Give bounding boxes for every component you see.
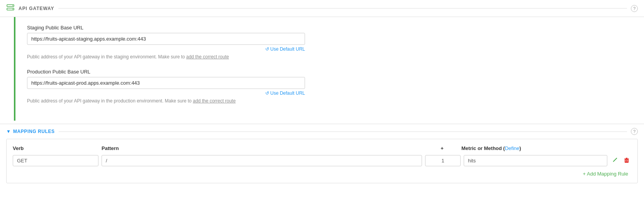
- table-row: [13, 155, 631, 166]
- production-url-group: Production Public Base URL ↺ Use Default…: [27, 69, 632, 104]
- verb-input[interactable]: [13, 155, 98, 166]
- delete-mapping-button[interactable]: [622, 156, 631, 165]
- mapping-rules-content: Verb Pattern + Metric or Method (Define): [6, 139, 638, 183]
- plus-input[interactable]: [425, 155, 461, 166]
- staging-help-text: Public address of your API gateway in th…: [27, 54, 632, 60]
- mapping-rules-divider: [59, 131, 627, 132]
- pattern-input[interactable]: [102, 155, 422, 166]
- api-gateway-header: API GATEWAY ?: [0, 0, 644, 17]
- api-gateway-title: API GATEWAY: [19, 6, 54, 11]
- mapping-rules-help-button[interactable]: ?: [631, 128, 638, 135]
- content-area: Staging Public Base URL ↺ Use Default UR…: [0, 17, 644, 121]
- mapping-rules-header: ▼ MAPPING RULES ?: [0, 124, 644, 139]
- server-icon: [6, 3, 15, 14]
- production-add-route-link[interactable]: add the correct route: [193, 98, 236, 104]
- staging-url-label: Staging Public Base URL: [27, 25, 632, 31]
- svg-rect-4: [626, 158, 627, 159]
- svg-point-3: [12, 9, 13, 10]
- mapping-rules-section: ▼ MAPPING RULES ? Verb Pattern + Metric …: [0, 124, 644, 183]
- col-pattern-header: Pattern: [102, 145, 423, 151]
- fields-container: Staging Public Base URL ↺ Use Default UR…: [15, 17, 644, 121]
- col-metric-header: Metric or Method (Define): [461, 145, 608, 151]
- add-mapping-rule-link[interactable]: + Add Mapping Rule: [583, 171, 628, 177]
- col-verb-header: Verb: [13, 145, 102, 151]
- metric-input[interactable]: [464, 155, 607, 166]
- production-url-input[interactable]: [27, 77, 305, 89]
- define-link[interactable]: Define: [505, 145, 520, 151]
- edit-mapping-button[interactable]: [610, 156, 620, 165]
- col-plus-header: +: [423, 145, 461, 151]
- staging-url-input[interactable]: [27, 33, 305, 45]
- production-url-label: Production Public Base URL: [27, 69, 632, 75]
- header-divider: [58, 8, 627, 9]
- mapping-rules-title: MAPPING RULES: [13, 129, 55, 134]
- svg-point-2: [12, 5, 13, 6]
- add-mapping-rule-container: + Add Mapping Rule: [13, 171, 631, 177]
- production-help-text: Public address of your API gateway in th…: [27, 98, 632, 104]
- production-use-default-url-link[interactable]: ↺ Use Default URL: [27, 90, 305, 96]
- chevron-down-icon: ▼: [6, 129, 11, 134]
- staging-use-default-url-link[interactable]: ↺ Use Default URL: [27, 46, 305, 52]
- page-container: API GATEWAY ? Staging Public Base URL ↺ …: [0, 0, 644, 220]
- mapping-table-header: Verb Pattern + Metric or Method (Define): [13, 145, 631, 151]
- staging-url-group: Staging Public Base URL ↺ Use Default UR…: [27, 25, 632, 60]
- api-gateway-help-button[interactable]: ?: [631, 5, 638, 12]
- mapping-rules-table: Verb Pattern + Metric or Method (Define): [13, 145, 631, 177]
- row-actions: [610, 156, 631, 165]
- staging-add-route-link[interactable]: add the correct route: [186, 54, 229, 60]
